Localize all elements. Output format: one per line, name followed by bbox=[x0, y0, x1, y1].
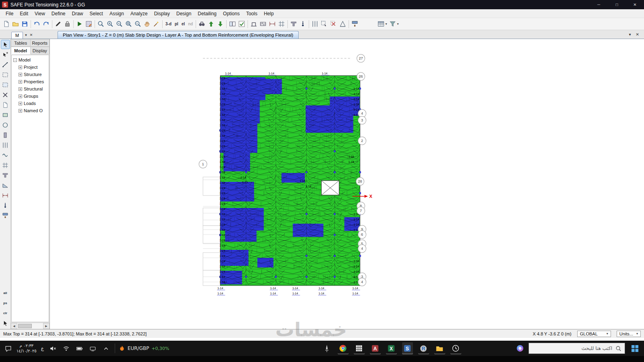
reshape-tool-icon[interactable] bbox=[1, 50, 10, 59]
tree-node-properties[interactable]: +Properties bbox=[12, 78, 49, 85]
view-plan-icon[interactable]: pl bbox=[173, 19, 180, 29]
draw-line-tool-icon[interactable] bbox=[1, 60, 10, 69]
tree-node-loads[interactable]: +Loads bbox=[12, 100, 49, 107]
run-analysis-icon[interactable] bbox=[75, 19, 84, 29]
expand-icon[interactable]: + bbox=[19, 95, 22, 98]
draw-support-tool-icon[interactable] bbox=[1, 171, 10, 179]
menu-edit[interactable]: Edit bbox=[17, 10, 31, 17]
pointer-mode-icon[interactable] bbox=[1, 319, 10, 327]
display-style-icon[interactable] bbox=[350, 19, 359, 29]
menu-draw[interactable]: Draw bbox=[69, 10, 87, 17]
safe-app-icon[interactable]: S bbox=[402, 342, 413, 354]
menu-select[interactable]: Select bbox=[87, 10, 106, 17]
r-app-icon[interactable]: R bbox=[418, 342, 429, 354]
taskbar-clock[interactable]: ٠٢:٣٣ م١٤/١٠/٢٠٢٥ bbox=[17, 343, 37, 354]
explorer-tab-model[interactable]: Model bbox=[11, 47, 31, 54]
object-search-icon[interactable] bbox=[197, 19, 206, 29]
run-design-icon[interactable] bbox=[84, 19, 93, 29]
close-button[interactable]: ✕ bbox=[626, 0, 644, 9]
draw-column-tool-icon[interactable] bbox=[1, 131, 10, 139]
scroll-track[interactable] bbox=[17, 323, 43, 329]
menu-options[interactable]: Options bbox=[220, 10, 243, 17]
collapse-icon[interactable]: - bbox=[13, 58, 17, 62]
menu-define[interactable]: Define bbox=[48, 10, 69, 17]
menu-file[interactable]: File bbox=[2, 10, 17, 17]
move-down-in-list-icon[interactable] bbox=[216, 19, 225, 29]
draw-point-tool-icon[interactable] bbox=[1, 201, 10, 210]
zoom-in-icon[interactable] bbox=[105, 19, 115, 29]
redo-icon[interactable] bbox=[41, 19, 51, 29]
zoom-out-icon[interactable] bbox=[115, 19, 124, 29]
edit-grid-icon[interactable] bbox=[277, 19, 286, 29]
draw-wall-icon[interactable] bbox=[258, 19, 268, 29]
menu-help[interactable]: Help bbox=[260, 10, 277, 17]
view-3d-icon[interactable]: 3-d bbox=[164, 19, 173, 29]
scroll-right-icon[interactable]: ▶ bbox=[43, 323, 50, 329]
scroll-thumb[interactable] bbox=[18, 324, 32, 328]
view-close-icon[interactable]: ✕ bbox=[636, 32, 639, 37]
plan-view-drawing[interactable]: 1-141-141-141-141-141-141-141-141-141-14… bbox=[50, 39, 644, 329]
chrome-icon[interactable] bbox=[338, 342, 349, 354]
start-button[interactable] bbox=[629, 342, 641, 354]
draw-dimension-icon[interactable] bbox=[268, 19, 277, 29]
open-model-icon[interactable] bbox=[11, 19, 20, 29]
menu-analyze[interactable]: Analyze bbox=[127, 10, 151, 17]
maximize-button[interactable]: □ bbox=[608, 0, 626, 9]
save-model-icon[interactable] bbox=[20, 19, 29, 29]
window-select-tool-icon[interactable] bbox=[1, 70, 10, 79]
panel-tab-chevron-icon[interactable]: ▾ bbox=[24, 33, 28, 39]
file-explorer-icon[interactable] bbox=[434, 342, 445, 354]
view-named-icon[interactable]: nd bbox=[186, 19, 194, 29]
select-objects-icon[interactable] bbox=[320, 19, 329, 29]
draw-rect-slab-tool-icon[interactable] bbox=[1, 111, 10, 119]
zoom-previous-icon[interactable] bbox=[133, 19, 142, 29]
draw-support-icon[interactable] bbox=[289, 19, 298, 29]
draw-beam-tool-icon[interactable] bbox=[1, 141, 10, 149]
poly-select-tool-icon[interactable] bbox=[1, 80, 10, 89]
tree-node-project[interactable]: +Project bbox=[12, 64, 49, 71]
tree-node-named-o[interactable]: +Named O bbox=[12, 107, 49, 114]
explorer-tab-tables[interactable]: Tables bbox=[11, 39, 31, 47]
dimension-tool-icon[interactable] bbox=[1, 191, 10, 200]
lock-model-icon[interactable] bbox=[63, 19, 72, 29]
network-wifi-icon[interactable] bbox=[62, 342, 71, 354]
pan-icon[interactable] bbox=[142, 19, 152, 29]
taskbar-search[interactable]: اكتب هنا للبحث bbox=[528, 343, 625, 354]
window-split-icon[interactable] bbox=[228, 19, 237, 29]
select-all-icon[interactable]: all bbox=[1, 289, 10, 297]
menu-tools[interactable]: Tools bbox=[243, 10, 260, 17]
snap-options-icon[interactable] bbox=[152, 19, 161, 29]
explorer-hscrollbar[interactable]: ◀ ▶ bbox=[11, 323, 50, 329]
news-ticker[interactable]: EUR/GBP+0,30% bbox=[119, 345, 169, 352]
tree-node-model[interactable]: -Model bbox=[12, 56, 49, 64]
expand-icon[interactable]: + bbox=[19, 80, 22, 84]
expand-icon[interactable]: + bbox=[19, 109, 22, 113]
volume-muted-icon[interactable] bbox=[48, 342, 58, 354]
minimize-button[interactable]: ─ bbox=[590, 0, 608, 9]
zoom-full-icon[interactable] bbox=[124, 19, 133, 29]
assign-point-icon[interactable] bbox=[298, 19, 308, 29]
assistant-icon[interactable] bbox=[515, 342, 525, 354]
check-model-icon[interactable] bbox=[237, 19, 246, 29]
menu-display[interactable]: Display bbox=[151, 10, 173, 17]
clear-selection-icon[interactable] bbox=[329, 19, 338, 29]
draw-circle-tool-icon[interactable] bbox=[1, 121, 10, 129]
pen-device-icon[interactable] bbox=[88, 342, 98, 354]
view-elevation-icon[interactable]: el bbox=[180, 19, 186, 29]
expand-icon[interactable]: + bbox=[19, 73, 22, 76]
show-rails-icon[interactable] bbox=[310, 19, 320, 29]
show-axes-icon[interactable] bbox=[338, 19, 347, 29]
rubber-band-zoom-icon[interactable] bbox=[96, 19, 105, 29]
select-pointer-icon[interactable] bbox=[1, 40, 10, 49]
tree-node-structure[interactable]: +Structure bbox=[12, 71, 49, 78]
view-list-chevron-icon[interactable]: ▾ bbox=[629, 32, 631, 37]
draw-tendon-tool-icon[interactable] bbox=[1, 151, 10, 159]
undo-icon[interactable] bbox=[32, 19, 41, 29]
previous-selection-icon[interactable]: ps bbox=[1, 299, 10, 307]
panel-tab-model[interactable]: M bbox=[11, 32, 23, 39]
draw-ramp-tool-icon[interactable] bbox=[1, 181, 10, 189]
language-indicator[interactable]: ع bbox=[40, 346, 45, 351]
explorer-tab-reports[interactable]: Reports bbox=[31, 39, 50, 47]
panel-tab-close-icon[interactable]: ✕ bbox=[29, 33, 34, 39]
edit-draw-icon[interactable] bbox=[54, 19, 63, 29]
